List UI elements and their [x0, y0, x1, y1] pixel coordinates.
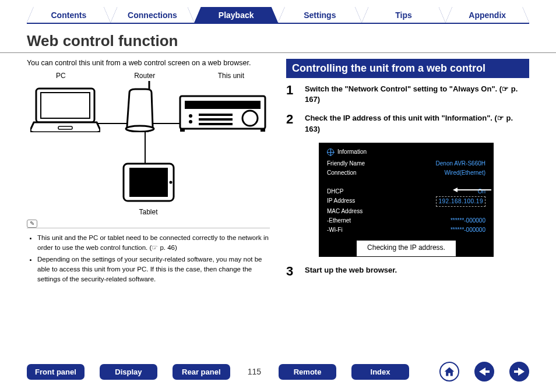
svg-point-17	[169, 181, 172, 184]
info-val: ******-000000	[451, 216, 485, 225]
info-key: -Ethernet	[327, 216, 351, 225]
info-key: -Wi-Fi	[327, 225, 343, 235]
tab-playback[interactable]: Playback	[194, 7, 278, 23]
label-router: Router	[134, 72, 155, 80]
label-tablet: Tablet	[27, 208, 270, 216]
label-unit: This unit	[218, 72, 244, 80]
step-number: 1	[286, 84, 298, 105]
step-3: 3 Start up the web browser.	[286, 265, 529, 278]
svg-rect-12	[199, 123, 233, 125]
link-remote[interactable]: Remote	[279, 364, 336, 380]
svg-point-9	[189, 120, 192, 123]
svg-point-8	[189, 114, 192, 118]
info-key: MAC Address	[327, 207, 363, 216]
label-pc: PC	[56, 72, 66, 80]
note-block: ✎ This unit and the PC or tablet need to…	[27, 228, 270, 284]
tab-label: Playback	[219, 10, 254, 20]
svg-point-7	[242, 111, 258, 126]
info-val: On	[478, 187, 485, 196]
info-val: Denon AVR-S660H	[436, 159, 485, 168]
link-display[interactable]: Display	[100, 364, 157, 380]
receiver-icon	[179, 95, 266, 132]
next-page-icon[interactable]	[509, 362, 529, 382]
svg-point-4	[126, 126, 154, 132]
tab-connections[interactable]: Connections	[111, 7, 195, 23]
intro-text: You can control this unit from a web con…	[27, 59, 270, 67]
svg-rect-6	[185, 101, 261, 109]
tab-label: Contents	[51, 10, 87, 20]
info-header: Information	[337, 149, 367, 155]
link-rear-panel[interactable]: Rear panel	[173, 364, 230, 380]
tab-label: Settings	[304, 10, 336, 20]
step-text: Switch the "Network Control" setting to …	[305, 84, 529, 105]
tab-underline	[27, 23, 529, 24]
home-icon[interactable]	[439, 362, 459, 382]
tab-label: Connections	[128, 10, 177, 20]
link-index[interactable]: Index	[351, 364, 409, 380]
svg-rect-10	[199, 114, 233, 116]
svg-rect-1	[41, 93, 90, 118]
section-heading: Controlling the unit from a web control	[286, 59, 529, 78]
svg-rect-16	[129, 168, 168, 197]
left-column: You can control this unit from a web con…	[27, 59, 270, 286]
info-key: Friendly Name	[327, 159, 365, 168]
tab-tips[interactable]: Tips	[362, 7, 446, 23]
tab-label: Tips	[395, 10, 412, 20]
svg-rect-13	[180, 129, 185, 132]
tab-settings[interactable]: Settings	[278, 7, 362, 23]
body-columns: You can control this unit from a web con…	[0, 59, 556, 286]
info-val-ip: 192.168.100.19	[436, 196, 485, 207]
globe-icon	[327, 149, 334, 156]
step-2: 2 Check the IP address of this unit with…	[286, 113, 529, 134]
note-item: Depending on the settings of your securi…	[37, 255, 270, 284]
information-screenshot: Information Friendly NameDenon AVR-S660H…	[319, 143, 494, 257]
pencil-icon: ✎	[27, 220, 37, 228]
link-front-panel[interactable]: Front panel	[27, 364, 85, 380]
page-number: 115	[245, 367, 263, 376]
router-icon	[124, 81, 156, 132]
info-key: Connection	[327, 168, 357, 178]
page-title: Web control function	[0, 30, 556, 53]
tab-appendix[interactable]: Appendix	[445, 7, 529, 23]
svg-rect-11	[199, 118, 233, 121]
step-number: 3	[286, 265, 298, 278]
step-1: 1 Switch the "Network Control" setting t…	[286, 84, 529, 105]
top-tabs: Contents Connections Playback Settings T…	[0, 0, 556, 23]
footer-nav: Front panel Display Rear panel 115 Remot…	[0, 362, 556, 382]
pc-icon	[30, 86, 100, 132]
info-key: DHCP	[327, 187, 343, 196]
step-text: Check the IP address of this unit with "…	[305, 113, 529, 134]
tablet-icon	[122, 163, 175, 203]
tab-contents[interactable]: Contents	[27, 7, 111, 23]
info-key: IP Address	[327, 196, 355, 207]
step-text: Start up the web browser.	[305, 265, 397, 278]
info-val: Wired(Ethernet)	[444, 168, 485, 178]
prev-page-icon[interactable]	[474, 362, 494, 382]
tab-label: Appendix	[469, 10, 506, 20]
step-number: 2	[286, 113, 298, 134]
svg-rect-14	[261, 129, 265, 132]
note-item: This unit and the PC or tablet need to b…	[37, 233, 270, 252]
info-caption: Checking the IP address.	[356, 241, 456, 257]
right-column: Controlling the unit from a web control …	[286, 59, 529, 286]
info-val: ******-000000	[451, 225, 485, 235]
pointer-arrow	[456, 189, 491, 190]
network-diagram: PC Router This unit	[27, 72, 270, 223]
